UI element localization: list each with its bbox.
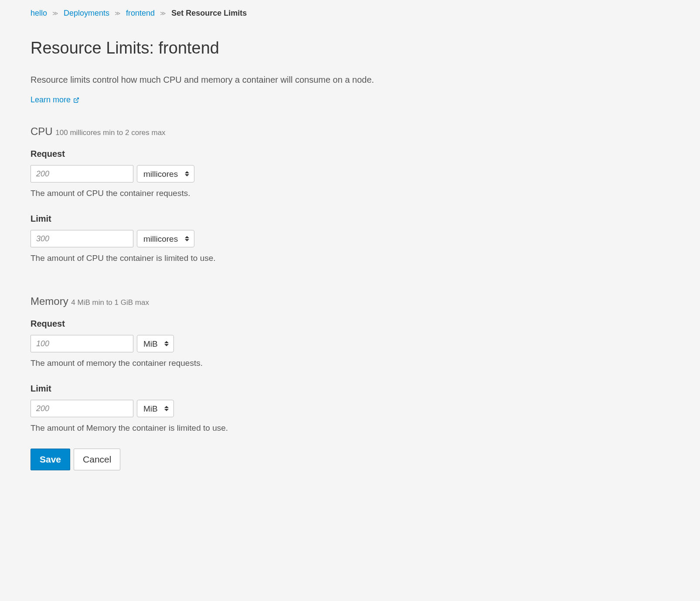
memory-section: Memory 4 MiB min to 1 GiB max Request Mi…: [31, 295, 669, 433]
memory-limit-group: Limit MiB The amount of Memory the conta…: [31, 384, 669, 433]
breadcrumb-link-project[interactable]: hello: [31, 9, 47, 18]
chevron-right-icon: ≫: [160, 10, 166, 17]
cpu-request-unit-select[interactable]: millicores: [137, 165, 194, 182]
cpu-limit-group: Limit millicores The amount of CPU the c…: [31, 214, 669, 263]
cpu-heading: CPU 100 millicores min to 2 cores max: [31, 125, 669, 138]
cpu-section: CPU 100 millicores min to 2 cores max Re…: [31, 125, 669, 263]
breadcrumb-link-deployments[interactable]: Deployments: [64, 9, 109, 18]
memory-request-help: The amount of memory the container reque…: [31, 358, 669, 368]
cpu-request-group: Request millicores The amount of CPU the…: [31, 149, 669, 198]
breadcrumb-current: Set Resource Limits: [171, 9, 247, 18]
memory-request-unit-select[interactable]: MiB: [137, 335, 174, 352]
cpu-limit-help: The amount of CPU the container is limit…: [31, 253, 669, 263]
cpu-request-input[interactable]: [31, 165, 133, 182]
page-description: Resource limits control how much CPU and…: [31, 75, 669, 85]
cpu-limit-label: Limit: [31, 214, 669, 224]
page-title: Resource Limits: frontend: [31, 39, 669, 57]
learn-more-link[interactable]: Learn more: [31, 95, 79, 105]
memory-limit-input[interactable]: [31, 400, 133, 417]
cpu-heading-label: CPU: [31, 125, 53, 137]
cpu-range: 100 millicores min to 2 cores max: [55, 128, 165, 137]
memory-limit-label: Limit: [31, 384, 669, 394]
memory-heading-label: Memory: [31, 295, 68, 307]
memory-request-label: Request: [31, 319, 669, 329]
memory-limit-unit-select[interactable]: MiB: [137, 400, 174, 417]
cpu-request-help: The amount of CPU the container requests…: [31, 189, 669, 198]
external-link-icon: [73, 97, 79, 103]
form-actions: Save Cancel: [31, 449, 669, 470]
save-button[interactable]: Save: [31, 449, 70, 470]
breadcrumb: hello ≫ Deployments ≫ frontend ≫ Set Res…: [31, 9, 669, 18]
svg-line-0: [76, 98, 78, 100]
memory-range: 4 MiB min to 1 GiB max: [71, 298, 149, 307]
chevron-right-icon: ≫: [115, 10, 121, 17]
chevron-right-icon: ≫: [52, 10, 58, 17]
cpu-request-label: Request: [31, 149, 669, 159]
cpu-limit-input[interactable]: [31, 230, 133, 247]
memory-limit-help: The amount of Memory the container is li…: [31, 423, 669, 433]
cpu-limit-unit-select[interactable]: millicores: [137, 230, 194, 247]
cancel-button[interactable]: Cancel: [74, 449, 120, 470]
memory-heading: Memory 4 MiB min to 1 GiB max: [31, 295, 669, 307]
breadcrumb-link-frontend[interactable]: frontend: [126, 9, 155, 18]
memory-request-input[interactable]: [31, 335, 133, 352]
learn-more-label: Learn more: [31, 95, 71, 105]
memory-request-group: Request MiB The amount of memory the con…: [31, 319, 669, 368]
